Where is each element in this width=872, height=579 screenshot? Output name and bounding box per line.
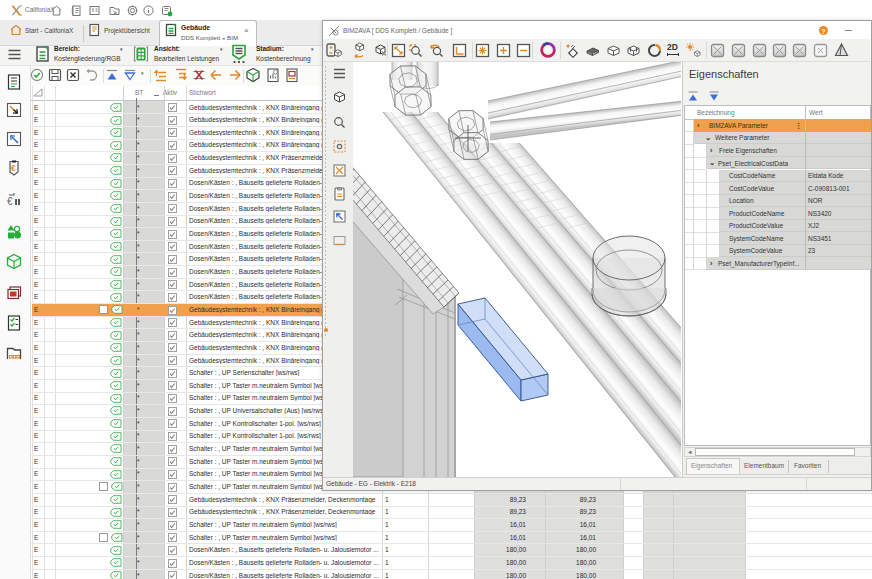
svg-text:€: € bbox=[11, 163, 16, 173]
svg-text:2D: 2D bbox=[667, 42, 678, 52]
svg-text:€: € bbox=[7, 196, 13, 207]
